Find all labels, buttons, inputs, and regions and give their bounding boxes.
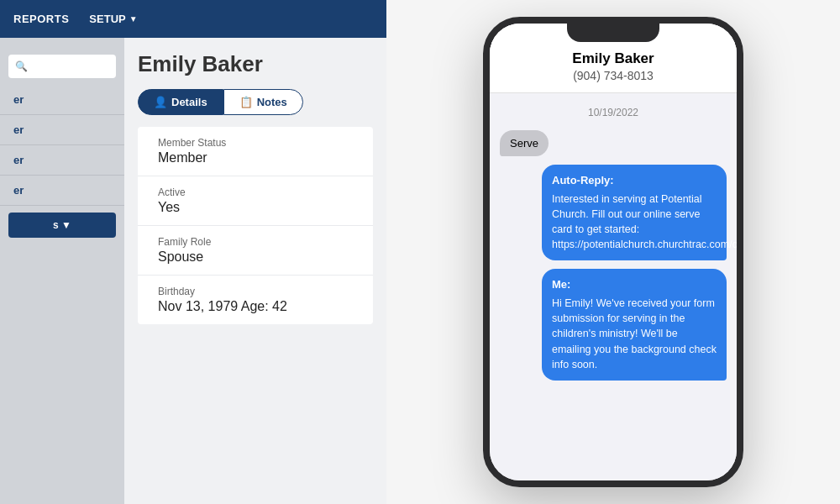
sidebar-item-3[interactable]: er	[0, 145, 124, 176]
birthday-value: Nov 13, 1979 Age: 42	[158, 299, 353, 314]
birthday-label: Birthday	[158, 286, 353, 297]
search-icon: 🔍	[15, 60, 28, 72]
autoreply-text: Interested in serving at Potential Churc…	[552, 192, 717, 253]
contact-name: Emily Baker	[503, 50, 723, 67]
tab-notes[interactable]: 📋 Notes	[223, 89, 303, 115]
me-text: Hi Emily! We've received your form submi…	[552, 296, 717, 372]
tabs-bar: 👤 Details 📋 Notes	[138, 89, 373, 115]
sidebar-action-button[interactable]: s ▼	[8, 213, 116, 238]
member-status-value: Member	[158, 150, 353, 165]
phone-notch	[567, 24, 659, 42]
detail-row-member-status: Member Status Member	[138, 127, 373, 176]
nav-reports[interactable]: REPORTS	[13, 13, 69, 25]
phone-screen: Emily Baker (904) 734-8013 10/19/2022 Se…	[490, 24, 737, 480]
nav-setup[interactable]: SETUP ▼	[89, 13, 137, 25]
details-card: Member Status Member Active Yes Family R…	[138, 127, 373, 324]
message-sent-autoreply: Auto-Reply: Interested in serving at Pot…	[542, 165, 727, 260]
setup-arrow-icon: ▼	[129, 14, 138, 24]
top-nav: REPORTS SETUP ▼	[0, 0, 386, 38]
person-icon: 👤	[154, 96, 167, 108]
family-role-label: Family Role	[158, 236, 353, 248]
detail-row-birthday: Birthday Nov 13, 1979 Age: 42	[138, 276, 373, 324]
message-date: 10/19/2022	[500, 107, 727, 118]
member-status-label: Member Status	[158, 137, 353, 149]
sidebar-search[interactable]: 🔍	[8, 55, 116, 78]
contact-phone: (904) 734-8013	[503, 69, 723, 82]
notes-icon: 📋	[239, 96, 253, 108]
family-role-value: Spouse	[158, 249, 353, 265]
me-label: Me:	[552, 277, 717, 293]
detail-row-family-role: Family Role Spouse	[138, 226, 373, 276]
main-content: Emily Baker 👤 Details 📋 Notes Member Sta…	[124, 38, 386, 504]
message-received-serve: Serve	[500, 130, 549, 156]
left-panel: REPORTS SETUP ▼ 🔍 er er er er s ▼ Emily …	[0, 0, 386, 504]
sidebar-item-2[interactable]: er	[0, 115, 124, 145]
active-value: Yes	[158, 200, 353, 215]
tab-details[interactable]: 👤 Details	[138, 89, 223, 115]
right-panel: Emily Baker (904) 734-8013 10/19/2022 Se…	[386, 0, 840, 504]
detail-row-active: Active Yes	[138, 176, 373, 226]
sidebar: 🔍 er er er er s ▼	[0, 38, 124, 504]
phone-messages[interactable]: 10/19/2022 Serve Auto-Reply: Interested …	[490, 93, 737, 480]
phone-mockup: Emily Baker (904) 734-8013 10/19/2022 Se…	[483, 17, 743, 487]
sidebar-item-1[interactable]: er	[0, 85, 124, 115]
sidebar-item-4[interactable]: er	[0, 176, 124, 206]
message-sent-me: Me: Hi Emily! We've received your form s…	[542, 269, 727, 380]
active-label: Active	[158, 186, 353, 198]
page-title: Emily Baker	[138, 51, 373, 77]
autoreply-label: Auto-Reply:	[552, 173, 717, 189]
